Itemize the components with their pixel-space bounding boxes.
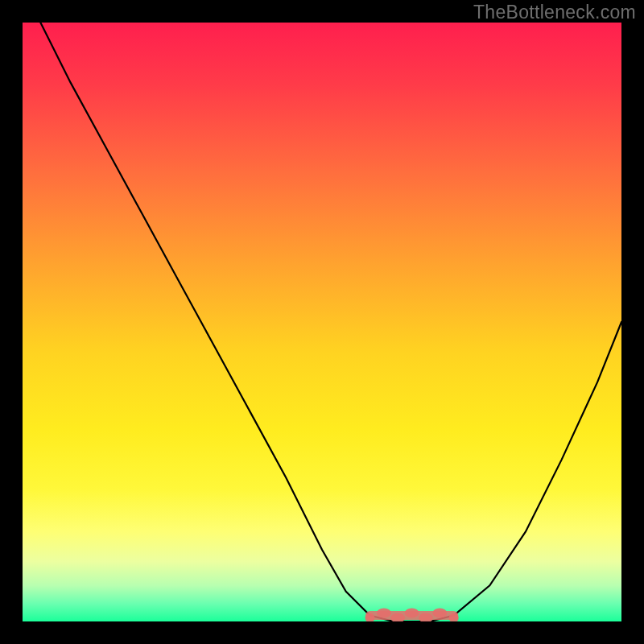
watermark-text: TheBottleneck.com — [473, 2, 636, 23]
chart-svg — [23, 23, 621, 621]
chart-plot — [23, 23, 621, 621]
outer-frame: TheBottleneck.com — [0, 0, 644, 644]
gradient-background — [23, 23, 621, 621]
